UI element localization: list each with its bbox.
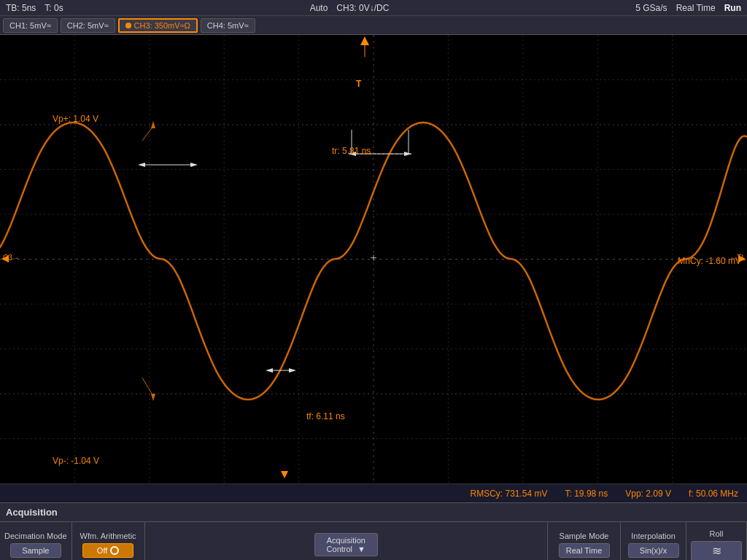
svg-marker-34 bbox=[289, 368, 296, 373]
tf-label: tf: 6.11 ns bbox=[306, 411, 345, 421]
bottom-controls: Decimation Mode Sample Wfm. Arithmetic O… bbox=[0, 521, 747, 560]
decimation-mode-btn[interactable]: Sample bbox=[10, 543, 61, 558]
ch3-config: CH3: 0V↓/DC bbox=[336, 3, 389, 13]
acquisition-control-btn[interactable]: Acquisition Control ▼ bbox=[314, 533, 378, 556]
tb-display: TB: 5ns bbox=[6, 3, 36, 13]
roll-icon: ≋ bbox=[712, 545, 721, 557]
acquisition-bar: Acquisition bbox=[0, 502, 747, 521]
waveform-svg bbox=[0, 35, 747, 483]
svg-marker-33 bbox=[266, 368, 273, 373]
freq-display: f: 50.06 MHz bbox=[689, 489, 738, 499]
roll-group: Roll ≋ bbox=[686, 522, 747, 560]
acq-ctrl-arrow: ▼ bbox=[357, 545, 365, 553]
ch3-dot bbox=[125, 23, 131, 28]
interpolation-group: Interpolation Sin(x)/x bbox=[621, 522, 686, 560]
ch4-tab[interactable]: CH4: 5mV≈ bbox=[201, 18, 255, 33]
svg-marker-37 bbox=[360, 36, 369, 45]
trigger-t-label: T bbox=[356, 79, 361, 89]
wfm-circle-icon bbox=[110, 546, 119, 555]
t-period-display: T: 19.98 ns bbox=[565, 489, 608, 499]
ch3-tab[interactable]: CH3: 350mV≈Ω bbox=[118, 18, 198, 33]
interpolation-label: Interpolation bbox=[631, 532, 676, 540]
bottom-measurements: RMSCy: 731.54 mV T: 19.98 ns Vpp: 2.09 V… bbox=[0, 483, 747, 502]
decimation-mode-label: Decimation Mode bbox=[4, 532, 67, 540]
status-bar: TB: 5ns T: 0s Auto CH3: 0V↓/DC 5 GSa/s R… bbox=[0, 0, 747, 16]
sample-mode-label: Sample Mode bbox=[560, 532, 609, 540]
ch1-tab[interactable]: CH1: 5mV≈ bbox=[3, 18, 58, 33]
ch3-label: CH3: 350mV≈Ω bbox=[134, 21, 190, 30]
vp-minus-label: Vp-: -1.04 V bbox=[53, 456, 99, 466]
vpp-display: Vpp: 2.09 V bbox=[625, 489, 671, 499]
svg-marker-36 bbox=[151, 394, 155, 401]
sample-rate: 5 GSa/s bbox=[635, 3, 667, 13]
auto-status: Auto bbox=[310, 3, 328, 13]
vp-plus-label: Vp+: 1.04 V bbox=[53, 114, 98, 124]
ch3-left-marker: C3→ bbox=[3, 254, 20, 262]
wfm-arithmetic-group: Wfm. Arithmetic Off bbox=[72, 522, 145, 560]
acquisition-title: Acquisition bbox=[6, 507, 58, 518]
wfm-arithmetic-value: Off bbox=[97, 546, 107, 555]
acq-ctrl-label: Acquisition bbox=[327, 536, 365, 545]
run-stop[interactable]: Run bbox=[724, 3, 741, 13]
svg-marker-39 bbox=[281, 471, 288, 478]
roll-label: Roll bbox=[710, 529, 724, 538]
svg-marker-21 bbox=[151, 121, 155, 128]
channel-bar: CH1: 5mV≈ CH2: 5mV≈ CH3: 350mV≈Ω CH4: 5m… bbox=[0, 16, 747, 35]
ch2-tab[interactable]: CH2: 5mV≈ bbox=[61, 18, 115, 33]
roll-btn[interactable]: ≋ bbox=[691, 541, 742, 561]
ch4-label: CH4: 5mV≈ bbox=[207, 21, 249, 30]
interpolation-btn[interactable]: Sin(x)/x bbox=[628, 543, 679, 558]
tr-label: tr: 5.81 ns bbox=[332, 146, 371, 156]
svg-line-35 bbox=[142, 378, 153, 396]
tl-right-marker: ←TL bbox=[729, 254, 746, 262]
svg-marker-23 bbox=[190, 163, 198, 167]
acquisition-control-group: Acquisition Control ▼ bbox=[145, 522, 548, 560]
rmscy-display: RMSCy: 731.54 mV bbox=[470, 489, 547, 499]
scope-display: Vp+: 1.04 V Vp-: -1.04 V tr: 5.81 ns tf:… bbox=[0, 35, 747, 483]
svg-marker-31 bbox=[404, 152, 411, 156]
acq-mode: Real Time bbox=[676, 3, 716, 13]
sample-mode-group: Sample Mode Real Time bbox=[548, 522, 621, 560]
ch1-label: CH1: 5mV≈ bbox=[9, 21, 51, 30]
t-display: T: 0s bbox=[44, 3, 63, 13]
acq-ctrl-sublabel: Control bbox=[327, 545, 352, 553]
svg-marker-25 bbox=[138, 163, 145, 167]
wfm-arithmetic-btn[interactable]: Off bbox=[82, 543, 133, 558]
ch2-label: CH2: 5mV≈ bbox=[67, 21, 109, 30]
sample-mode-btn[interactable]: Real Time bbox=[559, 543, 610, 558]
wfm-arithmetic-label: Wfm. Arithmetic bbox=[80, 532, 136, 540]
decimation-mode-group: Decimation Mode Sample bbox=[0, 522, 72, 560]
